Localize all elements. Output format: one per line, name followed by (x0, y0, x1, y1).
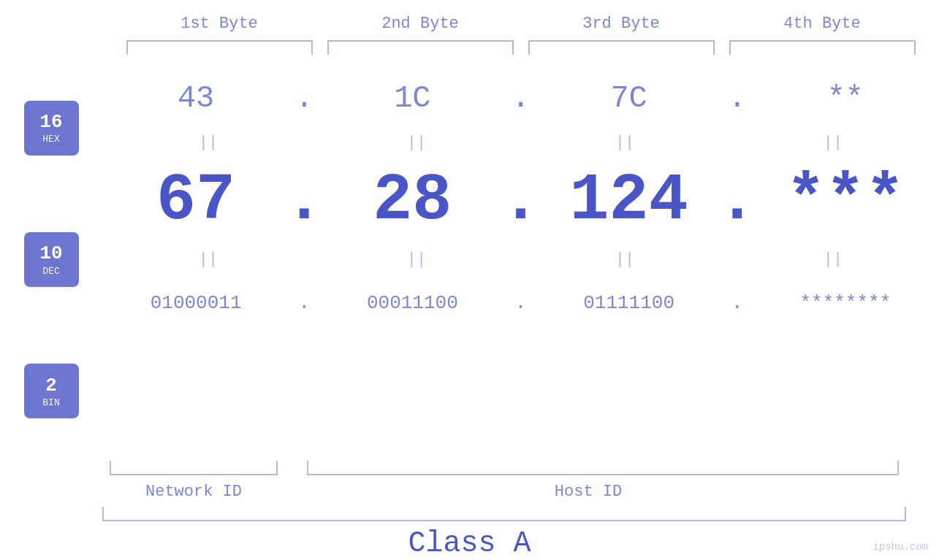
eq2-spacer2 (506, 250, 536, 269)
eq2-spacer1 (298, 250, 327, 269)
eq1-b4: || (744, 134, 923, 152)
hex-byte2: 1C (319, 81, 506, 116)
equals-row1: || || || || (102, 128, 939, 157)
bracket-spacer1 (278, 461, 307, 479)
bin-dot3: . (723, 292, 752, 314)
hex-byte1: 43 (102, 81, 289, 116)
bottom-brackets (102, 461, 906, 479)
hex-badge-number: 16 (39, 111, 62, 134)
bracket-byte4 (729, 40, 916, 55)
content-area: 16 HEX 10 DEC 2 BIN 43 . (0, 62, 939, 457)
data-section: 43 . 1C . 7C . ** (102, 62, 939, 457)
byte3-label: 3rd Byte (521, 15, 722, 33)
dec-badge-number: 10 (39, 242, 62, 265)
hex-dot1: . (289, 81, 319, 116)
equals-cols1: || || || || (119, 134, 923, 152)
eq1-b2: || (327, 134, 506, 152)
dec-badge-text: DEC (42, 266, 59, 277)
dec-dot3: . (723, 164, 752, 238)
host-id-label: Host ID (278, 483, 899, 501)
byte4-label: 4th Byte (722, 15, 923, 33)
eq2-spacer3 (715, 250, 744, 269)
bin-byte4: ******** (752, 292, 939, 314)
dec-row: 67 . 28 . 124 . *** (102, 157, 939, 245)
bin-badge-text: BIN (42, 397, 59, 408)
hex-badge-text: HEX (42, 134, 59, 145)
dec-byte4: *** (752, 164, 939, 238)
dec-badge: 10 DEC (24, 232, 79, 287)
eq1-b1: || (119, 134, 298, 152)
badges-column: 16 HEX 10 DEC 2 BIN (0, 62, 102, 457)
eq2-b3: || (536, 250, 715, 269)
equals-cols2: || || || || (119, 250, 923, 269)
hex-row: 43 . 1C . 7C . ** (102, 69, 939, 128)
hex-badge: 16 HEX (24, 101, 79, 156)
eq1-spacer1 (298, 134, 327, 152)
bin-row: 01000011 . 00011100 . 01111100 . (102, 274, 939, 332)
bracket-byte1 (126, 40, 313, 55)
byte-labels-row: 1st Byte 2nd Byte 3rd Byte 4th Byte (119, 15, 923, 33)
hex-dot3: . (723, 81, 752, 116)
dec-byte2: 28 (319, 164, 506, 238)
dec-dot2: . (506, 164, 536, 238)
id-labels: Network ID Host ID (102, 483, 906, 501)
bin-dot1: . (289, 292, 319, 314)
main-container: 1st Byte 2nd Byte 3rd Byte 4th Byte 16 H… (0, 0, 939, 560)
bin-byte2: 00011100 (319, 292, 506, 314)
eq2-b2: || (327, 250, 506, 269)
hex-dot2: . (506, 81, 536, 116)
bracket-byte3 (528, 40, 715, 55)
eq1-spacer3 (715, 134, 744, 152)
byte1-label: 1st Byte (119, 15, 320, 33)
eq1-spacer2 (506, 134, 536, 152)
eq2-b1: || (119, 250, 298, 269)
dec-byte1: 67 (102, 164, 289, 238)
dec-dot1: . (289, 164, 319, 238)
eq1-b3: || (536, 134, 715, 152)
equals-row2: || || || || (102, 245, 939, 274)
bottom-section: Network ID Host ID Class A (0, 461, 939, 560)
bracket-byte2 (327, 40, 514, 55)
top-bracket-row (119, 40, 923, 55)
bin-badge: 2 BIN (24, 364, 79, 418)
dec-byte3: 124 (536, 164, 723, 238)
network-id-label: Network ID (110, 483, 278, 501)
hex-byte3: 7C (536, 81, 723, 116)
eq2-b4: || (744, 250, 923, 269)
hex-byte4: ** (752, 81, 939, 116)
host-bracket (307, 461, 899, 475)
big-bottom-bracket (102, 507, 906, 521)
bin-badge-number: 2 (45, 375, 57, 397)
bin-byte1: 01000011 (102, 292, 289, 314)
class-label: Class A (0, 527, 939, 560)
bin-dot2: . (506, 292, 536, 314)
byte2-label: 2nd Byte (320, 15, 521, 33)
watermark: ipshu.com (873, 541, 928, 553)
network-bracket (110, 461, 278, 475)
bin-byte3: 01111100 (536, 292, 723, 314)
